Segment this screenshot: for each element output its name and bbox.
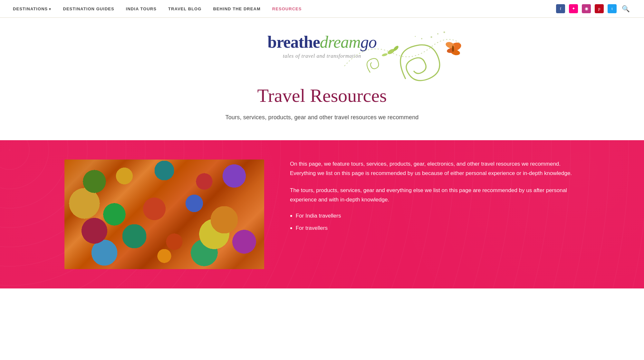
svg-point-8 [431,36,432,38]
pink-paragraph-1: On this page, we feature tours, services… [290,160,580,178]
svg-point-7 [452,45,454,52]
hero-section: Travel Resources Tours, services, produc… [0,69,644,140]
search-button[interactable]: 🔍 [620,4,631,14]
svg-point-2 [381,53,388,57]
logo-section: breathedreamgo tales of travel and trans… [0,18,644,69]
main-nav: DESTINATIONS DESTINATION GUIDES INDIA TO… [0,0,644,18]
nav-india-tours[interactable]: INDIA TOURS [126,6,157,11]
list-item: For travellers [290,225,580,232]
pink-section: On this page, we feature tours, services… [0,140,644,288]
facebook-icon[interactable]: f [556,4,565,13]
logo-decoration [341,27,464,93]
page-title: Travel Resources [13,85,631,106]
nav-social-links: f ✦ ◉ p t 🔍 [556,4,631,14]
nav-destinations[interactable]: DESTINATIONS [13,6,51,11]
flickr-icon[interactable]: ✦ [569,4,578,13]
instagram-icon[interactable]: ◉ [582,4,591,13]
svg-point-9 [437,33,438,34]
nav-behind-the-dream[interactable]: BEHIND THE DREAM [213,6,260,11]
nav-resources[interactable]: RESOURCES [272,6,302,11]
svg-point-10 [444,32,445,33]
pinterest-icon[interactable]: p [595,4,604,13]
logo-breathe: breathe [267,33,320,51]
svg-point-12 [415,36,416,37]
nav-travel-blog[interactable]: TRAVEL BLOG [168,6,201,11]
list-item: For India travellers [290,212,580,219]
mosaic-image [64,160,264,269]
twitter-icon[interactable]: t [608,4,617,13]
pink-paragraph-2: The tours, products, services, gear and … [290,186,580,205]
image-placeholder [64,160,264,269]
pink-content: On this page, we feature tours, services… [290,160,580,237]
svg-point-11 [421,38,422,39]
pink-list: For India travellers For travellers [290,212,580,232]
nav-destination-guides[interactable]: DESTINATION GUIDES [63,6,114,11]
hero-subtitle: Tours, services, products, gear and othe… [13,114,631,121]
mosaic-overlay [64,160,264,269]
nav-links: DESTINATIONS DESTINATION GUIDES INDIA TO… [13,6,302,11]
